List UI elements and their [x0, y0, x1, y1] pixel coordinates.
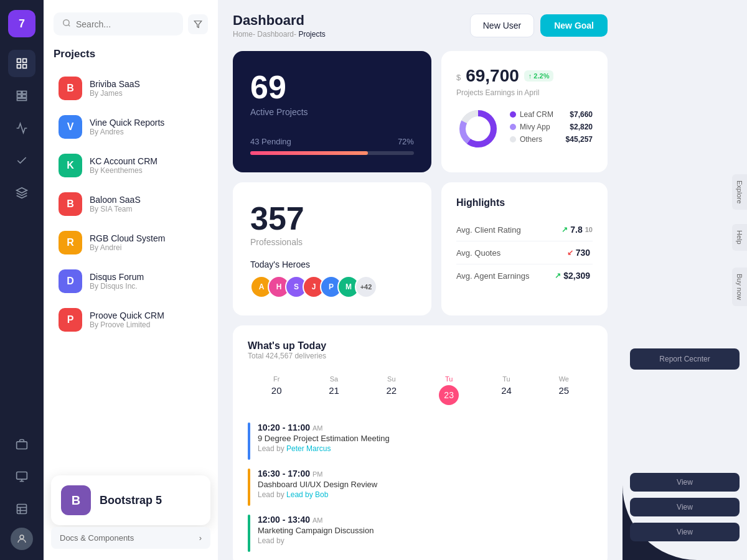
- calendar-day[interactable]: Tu 24: [477, 370, 535, 410]
- nav-icon-layers[interactable]: [8, 179, 35, 207]
- view-button-1[interactable]: View: [630, 473, 740, 492]
- report-center-button[interactable]: Report Cecnter: [630, 348, 740, 370]
- earnings-card: $ 69,700 ↑ 2.2% Projects Earnings in Apr…: [441, 51, 608, 172]
- nav-icon-grid[interactable]: [8, 82, 35, 110]
- svg-rect-14: [17, 505, 27, 514]
- new-user-button[interactable]: New User: [470, 14, 534, 37]
- project-item[interactable]: B Baloon SaaS By SIA Team: [54, 186, 208, 222]
- project-item[interactable]: K KC Account CRM By Keenthemes: [54, 147, 208, 184]
- calendar-row: Fr 20 Sa 21 Su 22 Tu 23 Tu 24 We 25: [248, 370, 593, 410]
- active-projects-label: Active Projects: [250, 107, 414, 117]
- day-number: 20: [250, 385, 303, 396]
- highlight-row: Avg. Agent Earnings ↗ $2,309: [456, 264, 593, 287]
- highlight-label: Avg. Quotes: [456, 248, 500, 258]
- project-info: Disqus Forum By Disqus Inc.: [90, 272, 144, 291]
- svg-marker-21: [194, 21, 202, 27]
- cards-row-1: 69 Active Projects 43 Pending 72% $ 69,7…: [233, 51, 608, 172]
- project-logo: K: [59, 154, 82, 177]
- event-bar: [248, 515, 250, 552]
- project-item[interactable]: B Briviba SaaS By James: [54, 70, 208, 106]
- bootstrap-label: Bootstrap 5: [100, 494, 162, 507]
- heroes-label: Today's Heroes: [250, 259, 414, 269]
- search-box[interactable]: [54, 12, 183, 35]
- search-icon: [62, 19, 71, 29]
- pending-row: 43 Pending 72%: [250, 137, 414, 146]
- project-name: Vine Quick Reports: [90, 118, 164, 128]
- project-item[interactable]: P Proove Quick CRM By Proove Limited: [54, 302, 208, 338]
- filter-button[interactable]: [188, 14, 208, 34]
- event-lead-link[interactable]: Lead by Bob: [286, 490, 328, 499]
- bootstrap-card[interactable]: B Bootstrap 5: [51, 475, 210, 525]
- nav-icon-chart[interactable]: [8, 114, 35, 142]
- svg-rect-8: [17, 98, 27, 100]
- nav-icon-dashboard[interactable]: [8, 50, 35, 77]
- event-lead-link[interactable]: Peter Marcus: [286, 444, 331, 453]
- view-button-2[interactable]: View: [630, 498, 740, 516]
- legend-mivy: Mivy App $2,820: [510, 123, 593, 131]
- docs-link[interactable]: Docs & Components ›: [51, 527, 210, 549]
- event-bar: [248, 422, 250, 460]
- svg-rect-5: [22, 91, 27, 94]
- schedule-title: What's up Today: [248, 340, 593, 352]
- view-button-3[interactable]: View: [630, 523, 740, 541]
- schedule-subtitle: Total 424,567 deliveries: [248, 352, 593, 360]
- page-title: Dashboard: [233, 12, 326, 29]
- day-number: 24: [480, 385, 532, 396]
- event-title: Marketing Campaign Discussion: [258, 526, 593, 535]
- legend-val-others: $45,257: [566, 135, 593, 144]
- calendar-day[interactable]: Tu 23: [420, 370, 477, 410]
- schedule-event: 10:20 - 11:00 AM 9 Degree Project Estima…: [248, 422, 593, 460]
- project-by: By Andres: [90, 128, 164, 136]
- new-goal-button[interactable]: New Goal: [540, 14, 608, 37]
- search-input[interactable]: [76, 19, 174, 29]
- nav-avatar[interactable]: 7: [8, 10, 35, 37]
- svg-rect-6: [17, 95, 22, 97]
- highlight-label: Avg. Agent Earnings: [456, 271, 530, 281]
- heroes-section: Today's Heroes AHSJPM+42: [250, 259, 414, 298]
- project-name: KC Account CRM: [90, 156, 157, 166]
- day-name: Fr: [250, 375, 303, 383]
- day-number: 22: [365, 385, 418, 396]
- header-actions: New User New Goal: [470, 14, 608, 37]
- right-panel: Report Cecnter View View View Explore He…: [622, 0, 747, 560]
- project-item[interactable]: D Disqus Forum By Disqus Inc.: [54, 263, 208, 299]
- event-title: 9 Degree Project Estimation Meeting: [258, 434, 593, 443]
- donut-chart: [456, 107, 500, 151]
- project-info: Baloon SaaS By SIA Team: [90, 195, 141, 213]
- day-number: 23: [439, 385, 459, 405]
- calendar-day[interactable]: Fr 20: [248, 370, 305, 410]
- day-name: Tu: [480, 375, 532, 383]
- project-name: Proove Quick CRM: [90, 310, 164, 320]
- event-time: 10:20 - 11:00 AM: [258, 422, 593, 432]
- nav-icon-monitor[interactable]: [8, 463, 35, 490]
- professionals-label: Professionals: [250, 237, 414, 247]
- project-item[interactable]: R RGB Cloud System By Andrei: [54, 225, 208, 261]
- project-by: By SIA Team: [90, 205, 141, 213]
- legend-leaf: Leaf CRM $7,660: [510, 110, 593, 119]
- calendar-day[interactable]: Su 22: [363, 370, 420, 410]
- project-logo: V: [59, 115, 82, 139]
- cards-row-2: 357 Professionals Today's Heroes AHSJPM+…: [233, 182, 608, 315]
- user-avatar-nav[interactable]: [11, 528, 33, 550]
- earnings-currency: $: [456, 73, 461, 82]
- highlights-title: Highlights: [456, 197, 593, 208]
- highlight-label: Avg. Client Rating: [456, 225, 521, 235]
- nav-icon-check[interactable]: [8, 147, 35, 174]
- day-number: 25: [538, 385, 590, 396]
- event-ampm: PM: [312, 470, 323, 478]
- project-item[interactable]: V Vine Quick Reports By Andres: [54, 109, 208, 145]
- svg-line-20: [68, 25, 70, 27]
- event-bar: [248, 469, 250, 506]
- event-lead: Lead by Lead by Bob: [258, 490, 593, 499]
- nav-icon-briefcase[interactable]: [8, 431, 35, 458]
- highlight-row: Avg. Client Rating ↗ 7.8 10: [456, 218, 593, 241]
- calendar-day[interactable]: Sa 21: [305, 370, 362, 410]
- project-info: Proove Quick CRM By Proove Limited: [90, 310, 164, 329]
- earnings-badge: ↑ 2.2%: [524, 70, 554, 82]
- legend-label-others: Others: [520, 135, 542, 144]
- calendar-day[interactable]: We 25: [535, 370, 593, 410]
- pending-percent: 72%: [398, 137, 414, 146]
- trend-down-icon: ↙: [567, 248, 573, 257]
- svg-rect-0: [17, 59, 21, 63]
- nav-icon-table[interactable]: [8, 495, 35, 523]
